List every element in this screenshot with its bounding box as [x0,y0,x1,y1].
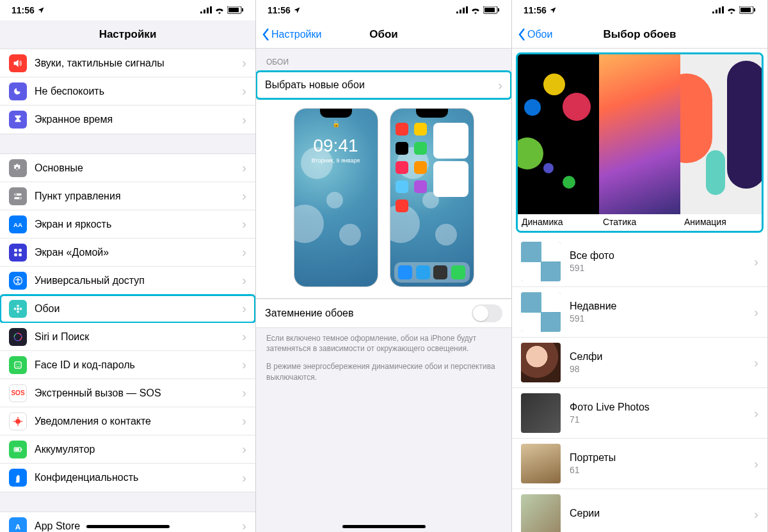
page-title: Обои [369,28,398,41]
settings-root-screen: 11:56 Настройки Звуки, тактильные сигнал… [0,0,256,532]
settings-row-sounds[interactable]: Звуки, тактильные сигналы› [0,49,255,77]
status-bar: 11:56 [0,0,255,20]
svg-rect-15 [14,253,17,256]
category-static[interactable]: Статика [599,54,680,231]
svg-rect-43 [460,10,461,13]
lockscreen-preview[interactable]: 🔒 09:41 Вторник, 9 января [294,109,378,286]
back-button[interactable]: Настройки [261,20,321,48]
svg-point-7 [16,167,19,169]
svg-rect-27 [15,361,21,368]
settings-row-sos[interactable]: SOSЭкстренный вызов — SOS› [0,379,255,407]
album-name: Фото Live Photos [570,402,650,413]
home-indicator[interactable] [86,525,170,528]
settings-row-battery[interactable]: Аккумулятор› [0,435,255,464]
svg-rect-44 [463,8,465,13]
page-title: Настройки [99,28,157,41]
content[interactable]: Динамика Статика Анимация Все фото591›Не… [512,49,767,532]
chevron-right-icon: › [242,519,246,532]
album-name: Серии [570,508,600,519]
settings-row-control[interactable]: Пункт управления› [0,182,255,210]
svg-rect-52 [722,6,724,13]
svg-text:A: A [15,522,21,530]
wallpaper-picker-screen: 11:56 Обои Выбор обоев [512,0,768,532]
svg-rect-14 [19,249,22,252]
svg-rect-45 [466,6,468,13]
album-count: 591 [570,313,617,324]
category-live[interactable]: Анимация [680,54,762,231]
signal-icon [712,6,724,14]
svg-rect-3 [210,6,212,13]
settings-row-appstore[interactable]: AApp Store› [0,512,255,532]
battery-icon [9,441,27,458]
status-bar: 11:56 [512,0,767,20]
album-row-portrait[interactable]: Портреты61› [512,439,767,489]
row-label: Обои [35,303,237,315]
settings-row-access[interactable]: Универсальный доступ› [0,267,255,295]
settings-row-screentime[interactable]: Экранное время› [0,106,255,134]
choose-new-wallpaper-row[interactable]: Выбрать новые обои › [256,71,511,99]
status-time: 11:56 [12,5,35,15]
content: ОБОИ Выбрать новые обои › 🔒 09:41 Вторни… [256,49,511,532]
album-count: 71 [570,414,650,425]
general-icon [9,159,27,177]
category-dynamic[interactable]: Динамика [518,54,599,231]
row-label: Не беспокоить [35,86,237,97]
row-label: Экстренный вызов — SOS [35,387,237,399]
settings-row-siri[interactable]: Siri и Поиск› [0,323,255,351]
home-icon [9,244,27,262]
album-row-selfie[interactable]: Селфи98› [512,338,767,388]
row-label: Экран и яркость [35,219,237,230]
dim-toggle[interactable] [472,304,502,322]
settings-row-display[interactable]: AAЭкран и яркость› [0,210,255,239]
homescreen-preview[interactable] [390,109,474,286]
status-right-icons [456,6,500,14]
location-icon [549,6,557,14]
chevron-right-icon: › [754,507,758,522]
navbar: Настройки Обои [256,20,511,49]
wifi-icon [726,6,737,14]
chevron-right-icon: › [242,414,246,428]
settings-row-wallpaper[interactable]: Обои› [0,295,255,323]
category-label: Анимация [680,214,762,231]
svg-rect-55 [754,8,755,12]
settings-row-faceid[interactable]: Face ID и код-пароль› [0,351,255,379]
album-row-recent[interactable]: Недавние591› [512,287,767,338]
chevron-right-icon: › [242,301,246,316]
svg-rect-36 [15,448,19,451]
footnote-2: В режиме энергосбережения динамические о… [256,356,511,384]
chevron-right-icon: › [242,217,246,231]
album-row-burst[interactable]: Серии› [512,489,767,532]
lock-time: 09:41 [294,136,378,156]
row-label: Пункт управления [35,191,237,202]
album-thumb [521,292,561,332]
svg-text:AA: AA [13,221,22,228]
svg-point-20 [17,304,19,307]
battery-icon [739,6,756,14]
settings-row-dnd[interactable]: Не беспокоить› [0,77,255,106]
home-indicator[interactable] [342,525,426,528]
settings-row-privacy[interactable]: Конфиденциальность› [0,464,255,492]
back-button[interactable]: Обои [517,20,552,48]
chevron-right-icon: › [242,471,246,485]
chevron-right-icon: › [242,273,246,288]
control-icon [9,187,27,205]
album-row-all[interactable]: Все фото591› [512,237,767,287]
row-label: Экран «Домой» [35,247,237,258]
access-icon [9,272,27,290]
svg-rect-6 [242,8,243,12]
album-name: Портреты [570,452,616,464]
settings-row-home[interactable]: Экран «Домой»› [0,239,255,267]
svg-rect-51 [719,8,721,13]
settings-row-exposure[interactable]: Уведомления о контакте› [0,407,255,435]
settings-row-general[interactable]: Основные› [0,154,255,182]
lock-icon: 🔒 [294,120,378,127]
album-count: 61 [570,465,616,475]
row-label: Уведомления о контакте [35,416,237,427]
chevron-left-icon [261,27,270,42]
wallpaper-categories: Динамика Статика Анимация [516,52,764,233]
settings-list[interactable]: Звуки, тактильные сигналы›Не беспокоить›… [0,49,255,532]
album-count: 591 [570,263,614,273]
album-row-live[interactable]: Фото Live Photos71› [512,388,767,439]
chevron-right-icon: › [754,457,758,471]
signal-icon [200,6,212,14]
